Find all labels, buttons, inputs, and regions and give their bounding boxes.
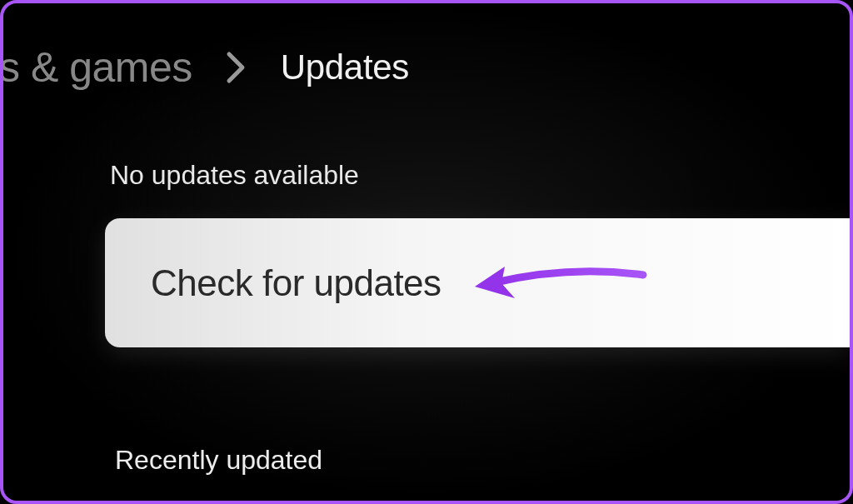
recently-updated-heading: Recently updated	[115, 445, 322, 476]
check-updates-label: Check for updates	[151, 262, 441, 304]
breadcrumb: s & games Updates	[3, 43, 409, 92]
chevron-right-icon	[226, 51, 247, 84]
screen-container: s & games Updates No updates available C…	[3, 3, 850, 501]
breadcrumb-previous[interactable]: s & games	[3, 43, 192, 92]
breadcrumb-current: Updates	[281, 47, 409, 87]
no-updates-status: No updates available	[110, 160, 359, 191]
check-for-updates-button[interactable]: Check for updates	[105, 218, 850, 347]
